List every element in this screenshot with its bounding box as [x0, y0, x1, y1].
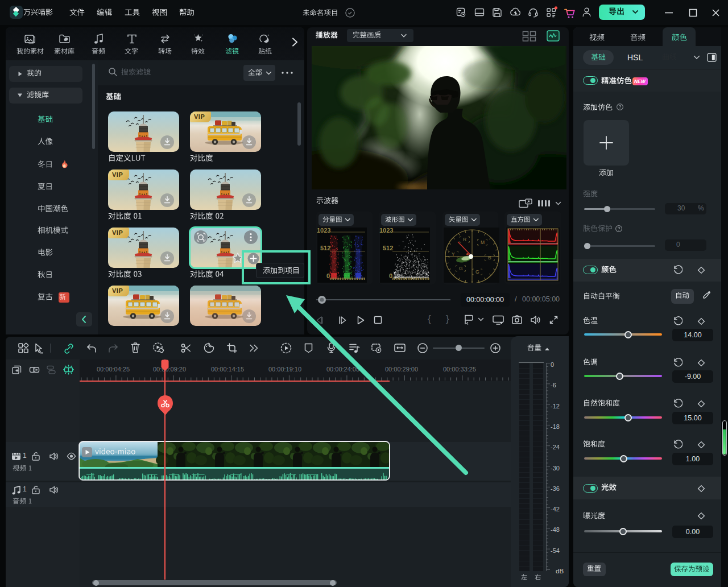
svg-text:M: M — [481, 239, 485, 245]
svg-text:R: R — [463, 237, 466, 242]
